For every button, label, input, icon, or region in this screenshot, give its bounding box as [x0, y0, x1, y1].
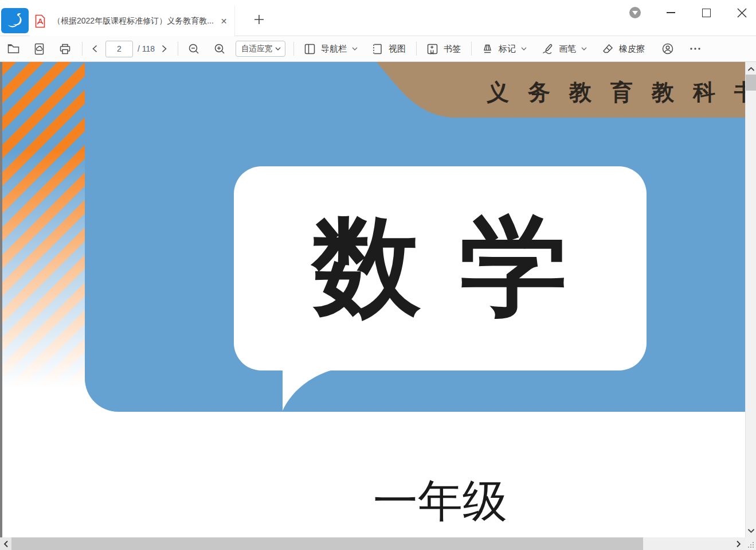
minimize-icon [667, 12, 675, 13]
speech-bubble-tail [283, 369, 340, 413]
markup-label: 标记 [499, 44, 516, 54]
chevron-down-icon [747, 528, 755, 533]
bookmark-button[interactable]: 书签 [426, 42, 461, 56]
folder-icon [7, 42, 20, 56]
zoom-in-button[interactable] [213, 42, 226, 56]
swan-logo-icon [5, 11, 25, 30]
next-page-button[interactable] [159, 44, 169, 53]
scroll-left-button[interactable] [0, 537, 11, 550]
scroll-right-button[interactable] [733, 537, 744, 550]
scroll-up-button[interactable] [746, 63, 756, 75]
open-file-button[interactable] [7, 42, 20, 56]
toolbar: / 118 自适应宽 [0, 36, 756, 62]
magnifier-plus-icon [213, 42, 226, 56]
chevron-right-icon [159, 44, 169, 53]
plus-icon [253, 14, 265, 25]
document-tab[interactable]: （根据2022年版课程标准修订）义务教育教... ✕ [30, 6, 235, 36]
more-button[interactable] [688, 42, 702, 56]
eraser-button[interactable]: 橡皮擦 [601, 42, 645, 56]
save-button[interactable] [33, 42, 46, 56]
grip-dots-icon [748, 542, 754, 548]
pdf-reader-window: （根据2022年版课程标准修订）义务教育教... ✕ [0, 0, 756, 550]
pdf-page: 义务教育教科书 数 学 一年级 [2, 62, 745, 537]
float-window-button[interactable] [629, 6, 641, 19]
markup-button[interactable]: 标记 [481, 42, 527, 56]
previous-page-button[interactable] [91, 44, 100, 53]
fit-mode-value: 自适应宽 [241, 44, 272, 54]
minimize-button[interactable] [664, 6, 677, 19]
person-circle-icon [661, 42, 675, 56]
bookmark-label: 书签 [444, 44, 461, 54]
toolbar-separator [82, 42, 83, 56]
chevron-down-icon [275, 45, 281, 52]
tab-close-icon[interactable]: ✕ [221, 17, 228, 25]
stripes-fade-overlay [2, 62, 85, 398]
page-number-input[interactable] [105, 41, 133, 57]
printer-icon [58, 42, 72, 56]
document-cloud-icon [33, 42, 46, 56]
close-icon [737, 8, 747, 18]
chevron-down-icon [520, 45, 527, 52]
resize-grip[interactable] [745, 537, 756, 550]
horizontal-scroll-thumb[interactable] [11, 537, 643, 550]
title-speech-bubble: 数 学 [234, 166, 647, 370]
view-button[interactable]: 视图 [371, 42, 406, 56]
series-banner: 义务教育教科书 [365, 62, 745, 118]
tab-bar: （根据2022年版课程标准修订）义务教育教... ✕ [0, 0, 756, 36]
chevron-down-icon [581, 45, 587, 52]
scroll-down-button[interactable] [746, 525, 756, 536]
window-controls [629, 3, 748, 22]
toolbar-separator [178, 42, 178, 56]
pen-icon [541, 42, 554, 56]
book-title: 数 学 [313, 213, 568, 323]
ellipsis-icon [688, 42, 702, 56]
bookmark-add-icon [426, 42, 439, 56]
pen-label: 画笔 [559, 44, 576, 54]
highlighter-icon [481, 42, 494, 56]
navigation-pane-label: 导航栏 [321, 44, 347, 54]
toolbar-separator [416, 42, 417, 56]
new-tab-button[interactable] [251, 11, 267, 28]
close-button[interactable] [735, 6, 748, 19]
fit-mode-select[interactable]: 自适应宽 [236, 41, 285, 57]
chevron-right-icon [736, 540, 741, 548]
toolbar-separator [471, 42, 472, 56]
pdf-file-icon [34, 14, 46, 28]
grade-label: 一年级 [234, 471, 647, 532]
tab-title: （根据2022年版课程标准修订）义务教育教... [53, 16, 214, 26]
series-banner-text: 义务教育教科书 [487, 77, 745, 108]
pen-button[interactable]: 画笔 [541, 42, 587, 56]
chevron-up-icon [747, 67, 755, 72]
toolbar-separator [293, 42, 294, 56]
document-viewport: 义务教育教科书 数 学 一年级 [0, 62, 756, 550]
maximize-icon [702, 9, 711, 17]
eraser-icon [601, 42, 614, 56]
view-label: 视图 [389, 44, 406, 54]
chevron-left-icon [91, 44, 100, 53]
page-total-label: / 118 [138, 44, 155, 53]
chevron-left-icon [3, 540, 9, 548]
account-button[interactable] [661, 42, 675, 56]
print-button[interactable] [58, 42, 72, 56]
sidebar-panel-icon [303, 42, 316, 56]
vertical-scrollbar[interactable] [745, 62, 756, 537]
vertical-scroll-thumb[interactable] [746, 75, 756, 91]
navigation-pane-button[interactable]: 导航栏 [303, 42, 358, 56]
horizontal-scrollbar[interactable] [0, 537, 745, 550]
zoom-out-button[interactable] [187, 42, 201, 56]
app-logo-button[interactable] [1, 8, 29, 33]
chevron-down-icon [351, 45, 358, 52]
page-layout-icon [371, 42, 384, 56]
circle-arrow-down-icon [629, 7, 641, 18]
eraser-label: 橡皮擦 [619, 44, 645, 54]
magnifier-minus-icon [187, 42, 201, 56]
maximize-button[interactable] [700, 6, 712, 19]
